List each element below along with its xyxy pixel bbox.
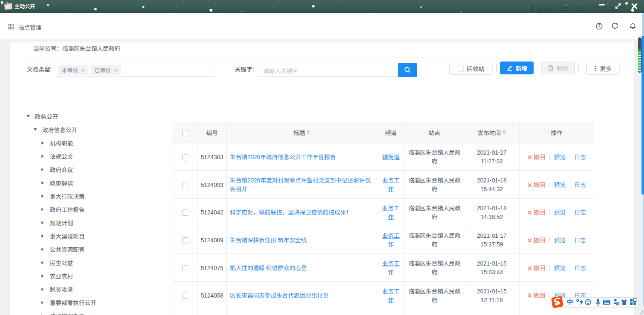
svg-text:中: 中 (567, 298, 573, 306)
svg-text:19: 19 (616, 303, 620, 305)
